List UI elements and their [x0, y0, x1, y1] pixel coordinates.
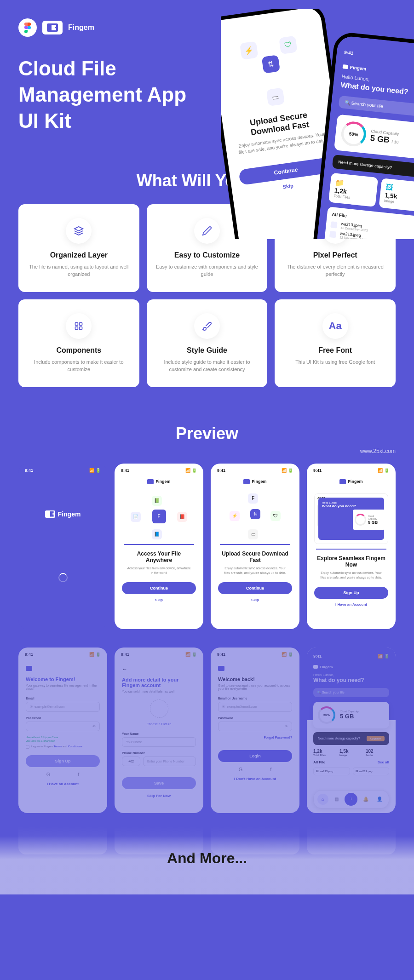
continue-button[interactable]: Continue [218, 582, 292, 594]
file-card[interactable]: 🖼 wa213.png [353, 767, 390, 775]
doc-icon: 📕 [177, 512, 187, 522]
logo-node-icon: F [152, 510, 166, 523]
phone-input[interactable]: Enter your Phone Number [143, 756, 196, 766]
doc-icon: 📄 [131, 512, 141, 522]
brand-logo [42, 21, 63, 34]
svg-point-0 [28, 26, 31, 29]
skip-link[interactable]: Skip [211, 598, 299, 602]
stat-card: 📁1,2kTotal Files [328, 173, 378, 207]
no-account-link[interactable]: I Don't Have an Account [218, 777, 292, 781]
terms-checkbox[interactable]: I agree to Fingem Terms and Conditions [26, 745, 100, 749]
facebook-icon[interactable]: f [78, 772, 79, 777]
logo-icon: F [248, 493, 258, 504]
feature-card: Organized LayerThe file is named, using … [18, 204, 139, 292]
skip-link[interactable]: Skip For Now [122, 794, 196, 798]
shield-icon: 🛡 [279, 35, 298, 54]
svg-rect-4 [75, 327, 78, 329]
preview-onboarding-1: 9:41📶 🔋 Fingem F 📄 📕 📗 📘 Access Your Fil… [115, 464, 203, 629]
nav-bell-icon[interactable]: 🔔 [360, 794, 371, 805]
preview-grid-row1: 9:41📶 🔋 Fingem 9:41📶 🔋 Fingem F 📄 📕 📗 📘 … [0, 454, 414, 638]
svg-rect-5 [80, 327, 82, 329]
forgot-password-link[interactable]: Forgot Password? [218, 736, 292, 739]
have-account-link[interactable]: I Have an Account [307, 602, 396, 607]
upsell-banner[interactable]: Need more storage capacity?Upgrade [313, 732, 389, 745]
pencil-icon [194, 218, 220, 244]
sync-icon: ⇅ [262, 55, 281, 74]
password-input[interactable]: 👁 [218, 722, 292, 731]
device-icon: ▭ [266, 87, 285, 106]
feature-card: AaFree FontThis UI Kit is using free Goo… [275, 299, 396, 387]
brush-icon [194, 313, 220, 339]
name-input[interactable]: Your Name [122, 737, 196, 747]
country-code[interactable]: +62 [122, 756, 140, 766]
avatar-placeholder[interactable] [150, 699, 168, 718]
signup-button[interactable]: Sign Up [314, 587, 388, 599]
nav-user-icon[interactable]: 👤 [374, 794, 385, 805]
preview-onboarding-3: 9:41📶 🔋 Fingem All Files Folder 1 Hello … [307, 464, 396, 629]
preview-detail: 9:41📶 🔋 ← Add more detail to your Fingem… [115, 648, 203, 813]
device-icon: ▭ [248, 529, 258, 539]
figma-icon [18, 18, 37, 37]
feature-card: ComponentsInclude components to make it … [18, 299, 139, 387]
illustration: All Files Folder 1 Hello Lunox, What do … [314, 493, 388, 544]
bottom-nav: ⌂ ▦ + 🔔 👤 [313, 790, 389, 808]
logo-icon [343, 64, 349, 69]
password-input[interactable]: 👁 [26, 722, 100, 731]
font-icon: Aa [322, 313, 348, 339]
capacity-ring: 50% [340, 120, 367, 148]
watermark: www.25xt.com [0, 448, 414, 454]
continue-button[interactable]: Continue [122, 582, 196, 594]
signup-button[interactable]: Sign Up [26, 755, 100, 767]
preview-signup: 9:41📶 🔋 Welcome to Fingem! Your gateway … [18, 648, 107, 813]
brand-name: Fingem [68, 23, 94, 32]
doc-icon: 📗 [152, 496, 162, 506]
doc-icon: 📘 [152, 529, 162, 539]
file-card[interactable]: 🖼 wa213.png [313, 767, 350, 775]
bolt-icon: ⚡ [240, 41, 259, 60]
shield-icon: 🛡 [270, 511, 281, 521]
preview-login: 9:41📶 🔋 Welcome back! Glad to see you ag… [211, 648, 299, 813]
preview-splash: 9:41📶 🔋 Fingem [18, 464, 107, 629]
have-account-link[interactable]: I Have an Account [26, 782, 100, 786]
email-input[interactable]: ✉ example@email.com [26, 702, 100, 712]
nav-grid-icon[interactable]: ▦ [331, 794, 342, 805]
grid-icon [66, 313, 92, 339]
search-input[interactable]: 🔍 Search your file [339, 96, 414, 118]
username-input[interactable]: ✉ example@email.com [218, 702, 292, 712]
preview-grid-row2: 9:41📶 🔋 Welcome to Fingem! Your gateway … [0, 638, 414, 822]
skip-link[interactable]: Skip [115, 598, 203, 602]
search-input[interactable]: 🔍 Search your file [313, 688, 389, 697]
logo-icon [45, 510, 55, 518]
google-icon[interactable]: G [239, 767, 243, 772]
choose-picture-link[interactable]: Choose a Picture [122, 722, 196, 726]
svg-marker-1 [75, 226, 83, 230]
phone-mockups: ⚡ 🛡 ⇅ ▭ Upload Secure Download Fast Enjo… [221, 9, 414, 239]
nav-home-icon[interactable]: ⌂ [317, 794, 328, 805]
capacity-card: 50% Cloud Capacity5 GB [313, 702, 389, 728]
capacity-card: 50% Cloud Capacity5 GB / 10 [334, 114, 414, 160]
hero: Cloud File Management App UI Kit ⚡ 🛡 ⇅ ▭… [0, 46, 414, 153]
status-time: 9:41 [344, 50, 354, 56]
layers-icon [66, 218, 92, 244]
logo-mark-icon [47, 23, 58, 32]
save-button[interactable]: Save [122, 777, 196, 789]
nav-add-icon[interactable]: + [345, 793, 357, 806]
hero-title: Cloud File Management App UI Kit [18, 55, 202, 134]
preview-home: 9:41📶 🔋 Fingem Hello Lunox, What do you … [307, 648, 396, 813]
svg-rect-3 [80, 322, 82, 325]
google-icon[interactable]: G [46, 772, 51, 777]
spinner-icon [58, 573, 68, 582]
bolt-icon: ⚡ [230, 511, 240, 521]
sync-icon: ⇅ [250, 509, 260, 519]
preview-onboarding-2: 9:41📶 🔋 Fingem ⇅ ⚡ 🛡 F ▭ Upload Secure D… [211, 464, 299, 629]
back-icon[interactable]: ← [122, 666, 196, 672]
facebook-icon[interactable]: f [270, 767, 271, 772]
svg-rect-2 [75, 322, 78, 325]
login-button[interactable]: Login [218, 750, 292, 762]
feature-card: Style GuideInclude style guide to make i… [147, 299, 268, 387]
stat-card: 🖼1,5kImage [379, 178, 414, 212]
